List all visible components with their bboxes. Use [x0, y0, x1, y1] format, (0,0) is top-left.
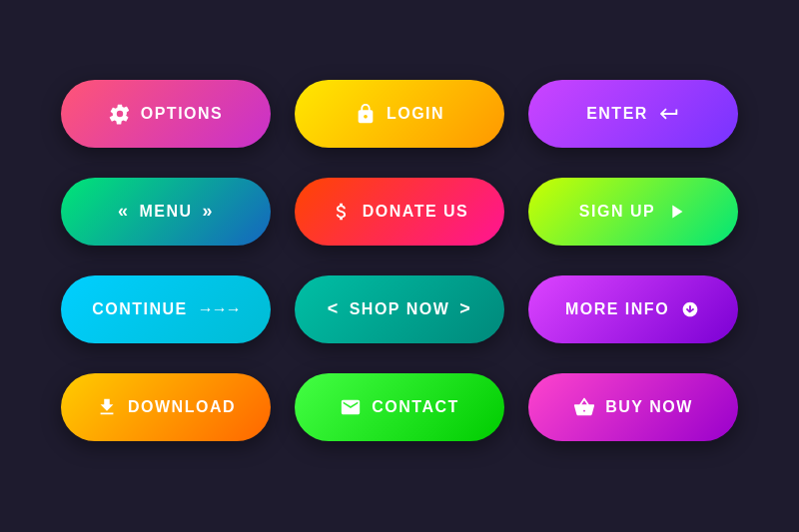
donate-label: DONATE US [363, 203, 469, 221]
login-button[interactable]: LOGIN [295, 80, 504, 148]
menu-label: MENU [139, 203, 192, 221]
basket-icon [573, 396, 595, 418]
contact-label: CONTACT [372, 398, 459, 416]
return-icon [658, 103, 680, 125]
menu-button[interactable]: « MENU » [61, 178, 271, 246]
moreinfo-button[interactable]: MORE INFO [528, 275, 738, 343]
chevrons-left-icon: « [118, 201, 130, 222]
shopnow-label: SHOP NOW [350, 300, 450, 318]
continue-button[interactable]: CONTINUE →→→ [61, 275, 271, 343]
download-button[interactable]: DOWNLOAD [61, 373, 271, 441]
dollar-icon [331, 201, 353, 223]
download-icon [96, 396, 118, 418]
enter-button[interactable]: ENTER [528, 80, 738, 148]
shopnow-button[interactable]: < SHOP NOW > [295, 275, 504, 343]
download-label: DOWNLOAD [128, 398, 236, 416]
signup-label: SIGN UP [579, 203, 655, 221]
envelope-icon [340, 396, 362, 418]
enter-label: ENTER [586, 105, 648, 123]
signup-button[interactable]: SIGN UP [528, 178, 738, 246]
buynow-label: BUY NOW [605, 398, 693, 416]
play-icon [665, 201, 687, 223]
options-button[interactable]: OPTIONS [61, 80, 271, 148]
button-grid: OPTIONS LOGIN ENTER « MENU » DONATE US S… [61, 80, 738, 453]
arrow-circle-icon [679, 298, 701, 320]
chevrons-right-icon: » [203, 201, 215, 222]
chevron-right-icon: > [459, 298, 471, 319]
arrows-icon: →→→ [198, 300, 240, 318]
login-label: LOGIN [387, 105, 444, 123]
chevron-left-icon: < [328, 298, 340, 319]
lock-icon [355, 103, 377, 125]
contact-button[interactable]: CONTACT [295, 373, 504, 441]
options-label: OPTIONS [141, 105, 224, 123]
buynow-button[interactable]: BUY NOW [528, 373, 738, 441]
donate-button[interactable]: DONATE US [295, 178, 504, 246]
continue-label: CONTINUE [92, 300, 188, 318]
moreinfo-label: MORE INFO [565, 300, 669, 318]
gear-icon [109, 103, 131, 125]
